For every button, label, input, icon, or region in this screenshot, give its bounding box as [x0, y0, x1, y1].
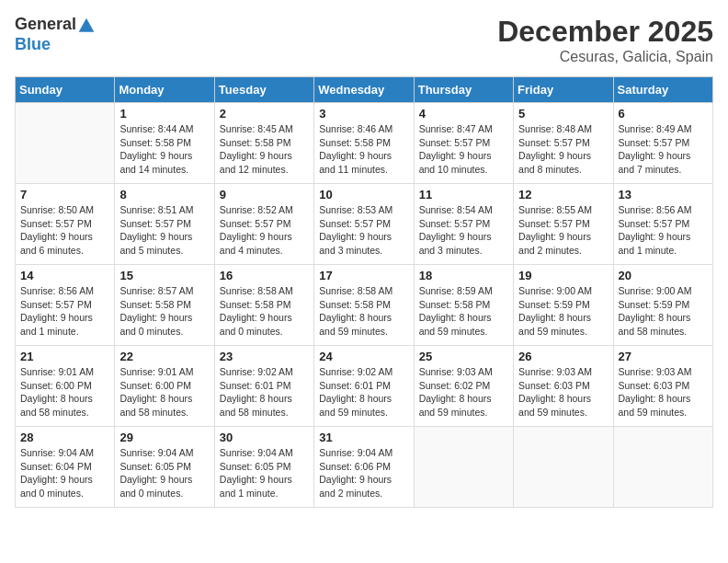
- table-row: 12Sunrise: 8:55 AMSunset: 5:57 PMDayligh…: [514, 184, 613, 265]
- logo-icon: [77, 17, 96, 35]
- table-row: 16Sunrise: 8:58 AMSunset: 5:58 PMDayligh…: [214, 265, 313, 346]
- day-info: Sunrise: 9:04 AMSunset: 6:05 PMDaylight:…: [220, 446, 309, 500]
- sunset-text: Sunset: 5:58 PM: [419, 299, 491, 310]
- table-row: 25Sunrise: 9:03 AMSunset: 6:02 PMDayligh…: [414, 346, 513, 427]
- day-number: 14: [20, 269, 109, 282]
- table-row: 8Sunrise: 8:51 AMSunset: 5:57 PMDaylight…: [115, 184, 214, 265]
- logo-text: General Blue: [15, 15, 97, 54]
- table-row: 22Sunrise: 9:01 AMSunset: 6:00 PMDayligh…: [115, 346, 214, 427]
- day-number: 12: [518, 188, 608, 201]
- daylight-text: Daylight: 8 hours and 59 minutes.: [419, 312, 492, 337]
- sunrise-text: Sunrise: 9:01 AM: [20, 366, 94, 377]
- sunrise-text: Sunrise: 9:04 AM: [119, 447, 193, 458]
- sunset-text: Sunset: 5:57 PM: [419, 218, 491, 229]
- day-info: Sunrise: 9:00 AMSunset: 5:59 PMDaylight:…: [619, 284, 708, 339]
- table-row: 24Sunrise: 9:02 AMSunset: 6:01 PMDayligh…: [314, 346, 414, 427]
- day-number: 4: [419, 107, 508, 121]
- table-row: 9Sunrise: 8:52 AMSunset: 5:57 PMDaylight…: [214, 184, 313, 265]
- table-row: 13Sunrise: 8:56 AMSunset: 5:57 PMDayligh…: [613, 184, 712, 265]
- sunset-text: Sunset: 5:58 PM: [119, 299, 191, 310]
- table-row: 23Sunrise: 9:02 AMSunset: 6:01 PMDayligh…: [214, 346, 313, 427]
- day-info: Sunrise: 9:04 AMSunset: 6:04 PMDaylight:…: [20, 446, 109, 500]
- month-title: December 2025: [497, 15, 713, 49]
- sunset-text: Sunset: 5:58 PM: [119, 137, 191, 148]
- day-number: 13: [619, 188, 708, 201]
- sunrise-text: Sunrise: 9:04 AM: [20, 447, 94, 458]
- table-row: [414, 427, 513, 508]
- daylight-text: Daylight: 9 hours and 3 minutes.: [319, 231, 392, 256]
- day-number: 24: [319, 350, 408, 363]
- sunset-text: Sunset: 5:57 PM: [220, 218, 291, 229]
- day-number: 22: [119, 350, 209, 363]
- day-number: 27: [619, 350, 708, 363]
- day-number: 16: [220, 269, 309, 282]
- sunrise-text: Sunrise: 8:45 AM: [220, 123, 293, 134]
- table-row: 10Sunrise: 8:53 AMSunset: 5:57 PMDayligh…: [314, 184, 414, 265]
- sunset-text: Sunset: 6:04 PM: [20, 461, 92, 472]
- day-number: 10: [319, 188, 408, 201]
- day-info: Sunrise: 8:54 AMSunset: 5:57 PMDaylight:…: [419, 203, 508, 258]
- day-info: Sunrise: 8:58 AMSunset: 5:58 PMDaylight:…: [319, 284, 408, 339]
- day-number: 26: [518, 350, 608, 363]
- sunset-text: Sunset: 6:01 PM: [319, 380, 391, 391]
- table-row: 18Sunrise: 8:59 AMSunset: 5:58 PMDayligh…: [414, 265, 513, 346]
- sunrise-text: Sunrise: 9:00 AM: [619, 285, 692, 296]
- page-header: General Blue December 2025 Cesuras, Gali…: [15, 15, 713, 65]
- day-info: Sunrise: 8:47 AMSunset: 5:57 PMDaylight:…: [419, 122, 508, 177]
- daylight-text: Daylight: 9 hours and 2 minutes.: [319, 474, 392, 499]
- day-number: 18: [419, 269, 508, 282]
- sunset-text: Sunset: 5:57 PM: [518, 137, 590, 148]
- sunset-text: Sunset: 6:00 PM: [20, 380, 92, 391]
- day-info: Sunrise: 9:01 AMSunset: 6:00 PMDaylight:…: [119, 365, 209, 419]
- table-row: 29Sunrise: 9:04 AMSunset: 6:05 PMDayligh…: [115, 427, 214, 508]
- sunset-text: Sunset: 5:57 PM: [518, 218, 590, 229]
- table-row: 7Sunrise: 8:50 AMSunset: 5:57 PMDaylight…: [16, 184, 115, 265]
- sunrise-text: Sunrise: 9:02 AM: [220, 366, 293, 377]
- day-number: 30: [220, 431, 309, 444]
- table-row: 27Sunrise: 9:03 AMSunset: 6:03 PMDayligh…: [613, 346, 712, 427]
- day-info: Sunrise: 8:56 AMSunset: 5:57 PMDaylight:…: [619, 203, 708, 258]
- daylight-text: Daylight: 8 hours and 58 minutes.: [119, 393, 192, 418]
- sunrise-text: Sunrise: 8:56 AM: [20, 285, 94, 296]
- table-row: 15Sunrise: 8:57 AMSunset: 5:58 PMDayligh…: [115, 265, 214, 346]
- sunrise-text: Sunrise: 8:56 AM: [619, 204, 692, 215]
- logo-general: General: [15, 15, 76, 33]
- sunrise-text: Sunrise: 9:01 AM: [119, 366, 193, 377]
- sunrise-text: Sunrise: 9:03 AM: [619, 366, 692, 377]
- table-row: 31Sunrise: 9:04 AMSunset: 6:06 PMDayligh…: [314, 427, 414, 508]
- day-info: Sunrise: 8:57 AMSunset: 5:58 PMDaylight:…: [119, 284, 209, 339]
- sunset-text: Sunset: 5:58 PM: [220, 137, 291, 148]
- daylight-text: Daylight: 8 hours and 59 minutes.: [518, 393, 591, 418]
- day-number: 8: [119, 188, 209, 201]
- day-number: 29: [119, 431, 209, 444]
- day-info: Sunrise: 9:00 AMSunset: 5:59 PMDaylight:…: [518, 284, 608, 339]
- table-row: 26Sunrise: 9:03 AMSunset: 6:03 PMDayligh…: [514, 346, 613, 427]
- sunrise-text: Sunrise: 8:51 AM: [119, 204, 193, 215]
- calendar-week-row: 28Sunrise: 9:04 AMSunset: 6:04 PMDayligh…: [16, 427, 713, 508]
- day-info: Sunrise: 9:04 AMSunset: 6:06 PMDaylight:…: [319, 446, 408, 500]
- calendar-header-row: Sunday Monday Tuesday Wednesday Thursday…: [16, 77, 713, 103]
- daylight-text: Daylight: 8 hours and 59 minutes.: [619, 393, 691, 418]
- day-number: 21: [20, 350, 109, 363]
- sunrise-text: Sunrise: 8:49 AM: [619, 123, 692, 134]
- sunrise-text: Sunrise: 9:00 AM: [518, 285, 592, 296]
- sunset-text: Sunset: 6:01 PM: [220, 380, 291, 391]
- day-info: Sunrise: 8:49 AMSunset: 5:57 PMDaylight:…: [619, 122, 708, 177]
- day-info: Sunrise: 9:01 AMSunset: 6:00 PMDaylight:…: [20, 365, 109, 419]
- day-number: 2: [220, 107, 309, 121]
- day-info: Sunrise: 8:59 AMSunset: 5:58 PMDaylight:…: [419, 284, 508, 339]
- day-info: Sunrise: 8:50 AMSunset: 5:57 PMDaylight:…: [20, 203, 109, 258]
- sunset-text: Sunset: 5:57 PM: [20, 299, 92, 310]
- sunset-text: Sunset: 6:03 PM: [619, 380, 690, 391]
- table-row: 5Sunrise: 8:48 AMSunset: 5:57 PMDaylight…: [514, 103, 613, 184]
- daylight-text: Daylight: 8 hours and 59 minutes.: [419, 393, 492, 418]
- day-number: 11: [419, 188, 508, 201]
- sunset-text: Sunset: 5:58 PM: [220, 299, 291, 310]
- day-number: 25: [419, 350, 508, 363]
- location-title: Cesuras, Galicia, Spain: [497, 49, 713, 65]
- sunrise-text: Sunrise: 8:47 AM: [419, 123, 493, 134]
- calendar-week-row: 21Sunrise: 9:01 AMSunset: 6:00 PMDayligh…: [16, 346, 713, 427]
- sunset-text: Sunset: 5:59 PM: [619, 299, 690, 310]
- table-row: 21Sunrise: 9:01 AMSunset: 6:00 PMDayligh…: [16, 346, 115, 427]
- day-info: Sunrise: 8:48 AMSunset: 5:57 PMDaylight:…: [518, 122, 608, 177]
